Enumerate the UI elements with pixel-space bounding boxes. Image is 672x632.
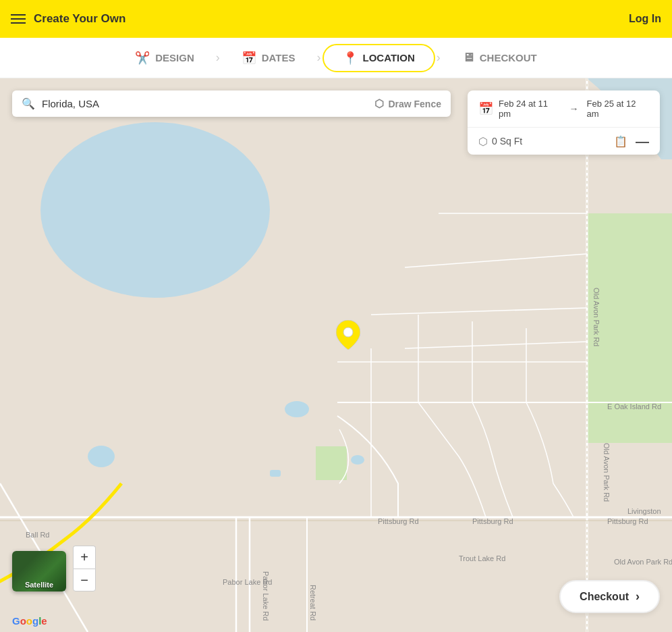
- svg-text:Livingston: Livingston: [627, 507, 661, 515]
- step-checkout[interactable]: 🖥 CHECKOUT: [442, 44, 557, 72]
- map-container[interactable]: Old Avon Park Rd Old Avon Park Rd Pittsb…: [0, 78, 672, 632]
- svg-rect-7: [316, 446, 347, 480]
- date-arrow: →: [569, 103, 579, 114]
- step-design-label: DESIGN: [155, 52, 194, 63]
- dates-icon: 📅: [242, 51, 256, 65]
- search-icon: 🔍: [22, 97, 35, 110]
- svg-text:Old Avon Park Rd: Old Avon Park Rd: [603, 443, 611, 502]
- map-pin[interactable]: [336, 320, 360, 352]
- svg-text:Pittsburg Rd: Pittsburg Rd: [378, 517, 419, 525]
- svg-rect-5: [270, 470, 281, 477]
- step-nav: ✂️ DESIGN › 📅 DATES › 📍 LOCATION › 🖥 CHE…: [0, 38, 672, 78]
- size-value: 0 Sq Ft: [492, 136, 610, 147]
- step-sep-2: ›: [317, 51, 321, 65]
- design-icon: ✂️: [135, 51, 150, 65]
- date-row: 📅 Feb 24 at 11 pm → Feb 25 at 12 am: [468, 90, 660, 128]
- draw-fence-label: Draw Fence: [388, 99, 441, 109]
- location-search-input[interactable]: [42, 98, 368, 109]
- draw-fence-button[interactable]: ⬡ Draw Fence: [374, 97, 441, 110]
- svg-point-3: [285, 401, 309, 417]
- satellite-label: Satellite: [12, 581, 66, 589]
- svg-text:Old Avon Park Rd: Old Avon Park Rd: [592, 288, 600, 346]
- svg-point-40: [343, 327, 353, 337]
- step-location-label: LOCATION: [363, 52, 415, 63]
- menu-icon[interactable]: [11, 14, 26, 24]
- checkout-button[interactable]: Checkout ›: [559, 580, 660, 613]
- step-location[interactable]: 📍 LOCATION: [323, 44, 435, 72]
- svg-point-2: [88, 446, 115, 467]
- date-to: Feb 25 at 12 am: [587, 99, 650, 119]
- satellite-thumbnail[interactable]: Satellite: [12, 551, 66, 591]
- svg-point-4: [351, 455, 364, 465]
- zoom-in-button[interactable]: +: [73, 546, 96, 569]
- svg-text:E Oak Island Rd: E Oak Island Rd: [607, 402, 661, 411]
- step-checkout-label: CHECKOUT: [480, 52, 537, 63]
- login-button[interactable]: Log In: [629, 13, 661, 25]
- step-sep-3: ›: [437, 51, 441, 65]
- step-design[interactable]: ✂️ DESIGN: [115, 44, 215, 72]
- zoom-controls: + −: [73, 546, 96, 591]
- info-panel: 📅 Feb 24 at 11 pm → Feb 25 at 12 am ⬡ 0 …: [468, 90, 660, 155]
- svg-text:Old Avon Park Rd: Old Avon Park Rd: [614, 558, 672, 566]
- zoom-out-button[interactable]: −: [73, 569, 96, 591]
- google-logo: G o o g l e: [12, 615, 47, 627]
- svg-text:Ball Rd: Ball Rd: [26, 531, 49, 539]
- size-row: ⬡ 0 Sq Ft 📋 —: [468, 128, 660, 155]
- svg-text:Pittsburg Rd: Pittsburg Rd: [607, 517, 648, 525]
- calendar-icon: 📅: [478, 101, 493, 116]
- checkout-icon: 🖥: [462, 51, 474, 65]
- chevron-right-icon: ›: [636, 589, 640, 604]
- fence-icon: ⬡: [374, 97, 384, 110]
- svg-point-1: [40, 122, 270, 298]
- copy-icon: 📋: [614, 135, 627, 148]
- step-sep-1: ›: [216, 51, 220, 65]
- step-dates-label: DATES: [262, 52, 296, 63]
- step-dates[interactable]: 📅 DATES: [221, 44, 316, 72]
- search-bar: 🔍 ⬡ Draw Fence: [12, 90, 451, 117]
- location-icon: 📍: [343, 51, 358, 65]
- svg-text:Pabor Lake Rd: Pabor Lake Rd: [223, 578, 272, 586]
- svg-text:Retreat Rd: Retreat Rd: [309, 585, 317, 621]
- svg-text:Trout Lake Rd: Trout Lake Rd: [459, 554, 505, 562]
- minus-button[interactable]: —: [636, 134, 649, 148]
- area-icon: ⬡: [478, 135, 488, 148]
- map-background: Old Avon Park Rd Old Avon Park Rd Pittsb…: [0, 78, 672, 632]
- app-title: Create Your Own: [34, 12, 125, 26]
- checkout-label: Checkout: [580, 591, 629, 603]
- google-logo-text: G: [12, 615, 20, 627]
- date-from: Feb 24 at 11 pm: [499, 99, 561, 119]
- svg-text:Pittsburg Rd: Pittsburg Rd: [472, 517, 513, 525]
- topbar: Create Your Own Log In: [0, 0, 672, 38]
